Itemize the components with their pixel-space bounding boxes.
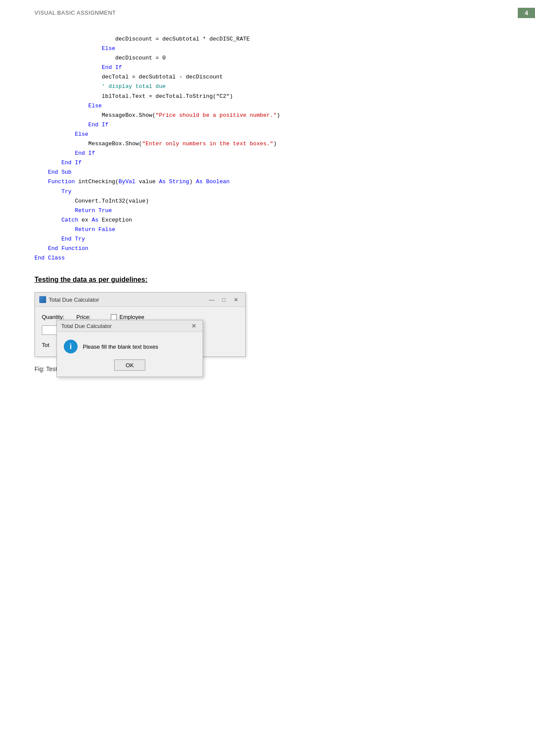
employee-checkbox-row: Employee [111,314,144,320]
code-line: decTotal = decSubtotal - decDiscount [34,72,501,82]
code-line: Else [34,44,501,53]
employee-checkbox[interactable] [111,314,117,320]
code-line: decDiscount = 0 [34,53,501,63]
code-line: MessageBox.Show("Price should be a posit… [34,111,501,120]
window-title-text: Total Due Calculator [49,297,99,303]
page-number: 4 [518,8,535,18]
code-line: Else [34,130,501,139]
code-line: Try [34,187,501,197]
code-line: End Try [34,234,501,244]
app-icon [39,296,46,303]
dialog-title-text: Total Due Calculator [61,323,112,329]
dialog-ok-button[interactable]: OK [114,359,145,371]
code-line: End Function [34,244,501,253]
code-line: End If [34,149,501,158]
code-line: ' display total due [34,82,501,91]
dialog-message-row: i Please fill the blank text boxes [64,340,196,353]
dialog-titlebar: Total Due Calculator ✕ [57,320,203,332]
close-button[interactable]: ✕ [231,295,241,304]
employee-label: Employee [119,314,144,320]
info-icon: i [64,340,78,353]
dialog-overlay: Total Due Calculator ✕ i Please fill the… [56,320,203,377]
code-line: End If [34,63,501,72]
code-line: Return False [34,225,501,234]
code-line: lblTotal.Text = decTotal.ToString("C2") [34,92,501,101]
code-line: End If [34,120,501,130]
form-row-labels: Quantity: Price: Employee [42,314,238,320]
quantity-label: Quantity: [42,314,68,320]
header-title: VISUAL BASIC ASSIGNMENT [34,9,116,16]
dialog-body: i Please fill the blank text boxes OK [57,332,203,377]
dialog-message-text: Please fill the blank text boxes [83,344,158,350]
code-line: MessageBox.Show("Enter only numbers in t… [34,139,501,149]
code-line: Function intChecking(ByVal value As Stri… [34,177,501,187]
minimize-button[interactable]: — [206,295,217,304]
window-controls: — □ ✕ [206,295,241,304]
code-line: Return True [34,206,501,216]
code-line: End If [34,158,501,168]
window-title-left: Total Due Calculator [39,296,99,303]
code-line: Convert.ToInt32(value) [34,197,501,206]
window-titlebar: Total Due Calculator — □ ✕ [35,293,245,307]
dialog-close-button[interactable]: ✕ [190,322,198,329]
window-body: Quantity: Price: Employee Tot Total Due … [35,307,245,356]
page-header: VISUAL BASIC ASSIGNMENT [34,9,116,16]
code-line: Catch ex As Exception [34,216,501,225]
code-line: End Class [34,253,501,263]
window-mockup: Total Due Calculator — □ ✕ Quantity: Pri… [34,292,246,357]
code-line: End Sub [34,168,501,177]
price-label: Price: [76,314,102,320]
code-block: decDiscount = decSubtotal * decDISC_RATE… [34,34,501,263]
restore-button[interactable]: □ [219,295,229,304]
code-line: decDiscount = decSubtotal * decDISC_RATE [34,34,501,44]
code-line: Else [34,101,501,111]
section-heading: Testing the data as per guidelines: [34,276,501,284]
